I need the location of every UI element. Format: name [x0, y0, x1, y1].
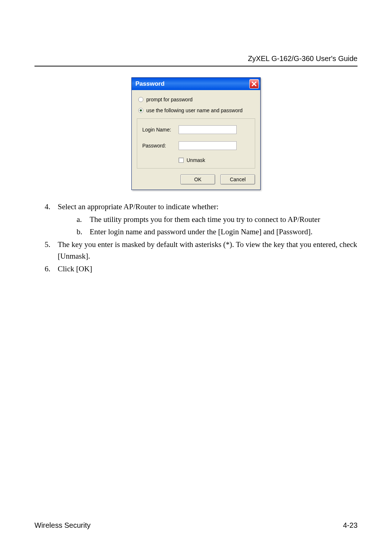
dialog-titlebar: Password [132, 78, 260, 90]
list-text: Select an appropriate AP/Router to indic… [58, 201, 358, 213]
cancel-button[interactable]: Cancel [220, 174, 255, 185]
instruction-list: 4. Select an appropriate AP/Router to in… [45, 201, 358, 275]
login-name-row: Login Name: [142, 125, 250, 134]
list-number: a. [77, 214, 90, 226]
list-text: Enter login name and password under the … [90, 226, 358, 238]
unmask-label: Unmask [187, 157, 205, 163]
list-number: 6. [45, 263, 58, 275]
radio-icon [138, 108, 143, 113]
dialog-wrapper: Password prompt for password use the fol… [34, 77, 358, 190]
dialog-button-row: OK Cancel [137, 174, 255, 185]
close-button[interactable] [249, 79, 259, 89]
unmask-row[interactable]: Unmask [179, 157, 250, 163]
header-divider [34, 66, 358, 66]
list-number: 4. [45, 201, 58, 213]
list-text: Click [OK] [58, 263, 358, 275]
list-number: 5. [45, 239, 58, 262]
radio-prompt-password[interactable]: prompt for password [137, 97, 255, 102]
password-row: Password: [142, 141, 250, 150]
list-item-6: 6. Click [OK] [45, 263, 358, 275]
list-item-4a: a. The utility prompts you for them each… [77, 214, 358, 226]
page: ZyXEL G-162/G-360 User's Guide Password … [0, 0, 392, 555]
list-text: The utility prompts you for them each ti… [90, 214, 358, 226]
checkbox-icon [179, 158, 184, 163]
login-name-label: Login Name: [142, 127, 179, 133]
list-item-5: 5. The key you enter is masked by defaul… [45, 239, 358, 262]
list-text: The key you enter is masked by default w… [58, 239, 358, 262]
sublist-4: a. The utility prompts you for them each… [77, 214, 358, 238]
page-footer: Wireless Security 4-23 [34, 521, 358, 530]
list-number: b. [77, 226, 90, 238]
password-input[interactable] [179, 141, 237, 150]
close-icon [251, 81, 257, 87]
dialog-title: Password [135, 80, 164, 88]
password-label: Password: [142, 143, 179, 149]
header-title: ZyXEL G-162/G-360 User's Guide [34, 54, 358, 63]
password-dialog: Password prompt for password use the fol… [131, 77, 261, 190]
radio-icon [138, 97, 143, 102]
ok-button[interactable]: OK [180, 174, 215, 185]
radio-label: prompt for password [146, 97, 193, 102]
radio-use-credentials[interactable]: use the following user name and password [137, 108, 255, 113]
credentials-fieldset: Login Name: Password: Unmask [137, 118, 255, 169]
list-item-4b: b. Enter login name and password under t… [77, 226, 358, 238]
login-name-input[interactable] [179, 125, 237, 134]
footer-right: 4-23 [343, 521, 358, 530]
list-item-4: 4. Select an appropriate AP/Router to in… [45, 201, 358, 213]
dialog-body: prompt for password use the following us… [132, 90, 260, 190]
radio-label: use the following user name and password [146, 108, 242, 113]
footer-left: Wireless Security [34, 521, 90, 530]
